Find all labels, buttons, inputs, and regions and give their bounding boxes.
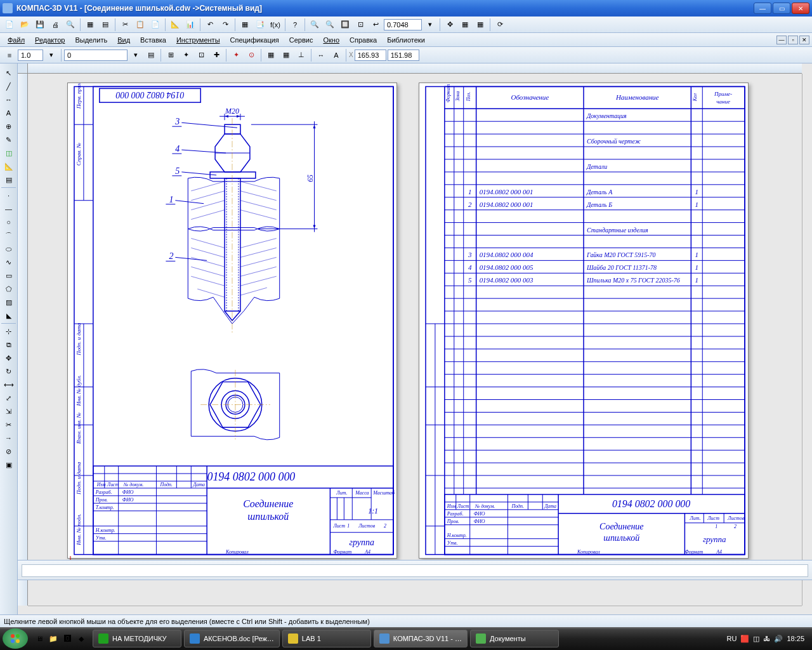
tray-lang[interactable]: RU	[727, 635, 737, 642]
layer-menu[interactable]: ▾	[129, 48, 143, 62]
break-tool[interactable]: ⊘	[1, 445, 16, 458]
copy-tool[interactable]: ⧉	[1, 338, 16, 351]
save-button[interactable]: 💾	[33, 18, 47, 32]
spec-button[interactable]: 📑	[253, 18, 267, 32]
measure-button[interactable]: 📐	[168, 18, 182, 32]
dim-style-button[interactable]: ↔	[314, 48, 328, 62]
menu-file[interactable]: Файл	[3, 35, 30, 45]
zoom-window-button[interactable]: 🔲	[338, 18, 352, 32]
lw-menu[interactable]: ▾	[44, 48, 58, 62]
layer-input[interactable]	[64, 50, 128, 61]
snap-midpoint[interactable]: ⊙	[244, 48, 258, 62]
text-tool[interactable]: A	[1, 107, 16, 119]
spline-tool[interactable]: ∿	[1, 256, 16, 269]
table-button[interactable]: ▦	[238, 18, 252, 32]
coord-y-input[interactable]	[388, 50, 419, 61]
edit-tool[interactable]: ✎	[1, 133, 16, 146]
mdi-close-button[interactable]: ✕	[799, 36, 809, 44]
symbol-tool[interactable]: ⊕	[1, 120, 16, 133]
print-button[interactable]: 🖨	[48, 18, 62, 32]
cut-button[interactable]: ✂	[118, 18, 132, 32]
circle-tool[interactable]: ○	[1, 216, 16, 229]
zoom-menu-button[interactable]: ▾	[423, 18, 437, 32]
snap2-button[interactable]: ✦	[179, 48, 193, 62]
preview-button[interactable]: 🔍	[63, 18, 77, 32]
tray-network-icon[interactable]: 🖧	[763, 635, 770, 642]
drawing-sheet-1[interactable]: Инв. № подл. Подп. и дата Взам. инв. № И…	[67, 83, 397, 559]
menu-spec[interactable]: Спецификация	[225, 35, 284, 45]
ql-explorer[interactable]: 📁	[47, 630, 60, 647]
refresh-button[interactable]: ⟳	[493, 18, 507, 32]
scrollbar-vertical[interactable]	[802, 74, 812, 606]
chamfer-tool[interactable]: ◣	[1, 309, 16, 322]
view2-button[interactable]: ▦	[473, 18, 487, 32]
zoom-fit-button[interactable]: ⊡	[353, 18, 367, 32]
menu-insert[interactable]: Вставка	[135, 35, 171, 45]
taskbar-task[interactable]: АКСЕНОВ.doc [Реж…	[184, 630, 280, 647]
ql-app2[interactable]: ◆	[75, 630, 88, 647]
canvas[interactable]: Инв. № подл. Подп. и дата Взам. инв. № И…	[28, 74, 802, 606]
close-button[interactable]: ✕	[792, 3, 809, 14]
hatch-tool[interactable]: ▨	[1, 296, 16, 308]
trim-tool[interactable]: ✂	[1, 418, 16, 431]
select-tool[interactable]: ↖	[1, 67, 16, 79]
snap-endpoint[interactable]: ✦	[229, 48, 243, 62]
help-button[interactable]: ?	[288, 18, 302, 32]
grid-button[interactable]: ▦	[264, 48, 278, 62]
paste-button[interactable]: 📄	[148, 18, 162, 32]
menu-select[interactable]: Выделить	[70, 35, 112, 45]
start-button[interactable]	[3, 628, 28, 649]
aux-tool[interactable]: ⊹	[1, 325, 16, 338]
tile-button[interactable]: ▦	[83, 18, 97, 32]
ortho-button[interactable]: ⊥	[294, 48, 308, 62]
new-button[interactable]: 📄	[3, 18, 16, 32]
mirror-tool[interactable]: ⟷	[1, 378, 16, 391]
taskbar-task[interactable]: LAB 1	[282, 630, 371, 647]
menu-view[interactable]: Вид	[112, 35, 135, 45]
rect-tool[interactable]: ▭	[1, 269, 16, 282]
text-style-button[interactable]: A	[329, 48, 343, 62]
menu-edit[interactable]: Редактор	[30, 35, 70, 45]
view1-button[interactable]: ▦	[458, 18, 472, 32]
layer-button[interactable]: ≡	[3, 48, 16, 62]
rotate-tool[interactable]: ↻	[1, 365, 16, 378]
snap1-button[interactable]: ⊞	[164, 48, 178, 62]
drawing-sheet-2[interactable]: Формат Зона Поз. Обозначение Наименовани…	[419, 83, 749, 559]
zoom-in-button[interactable]: 🔍	[308, 18, 322, 32]
zoom-out-button[interactable]: 🔍	[323, 18, 337, 32]
scale-tool[interactable]: ⤢	[1, 392, 16, 404]
menu-help[interactable]: Справка	[344, 35, 382, 45]
snap4-button[interactable]: ✚	[209, 48, 223, 62]
grid2-button[interactable]: ▦	[279, 48, 293, 62]
layers-button[interactable]: ▤	[144, 48, 158, 62]
tray-volume-icon[interactable]: 🔊	[774, 635, 783, 643]
menu-window[interactable]: Окно	[318, 35, 344, 45]
spec-tool[interactable]: ▤	[1, 173, 16, 186]
copy-button[interactable]: 📋	[133, 18, 147, 32]
undo-button[interactable]: ↶	[203, 18, 217, 32]
arc-tool[interactable]: ⌒	[1, 229, 16, 242]
linewidth-input[interactable]	[18, 50, 43, 61]
redo-button[interactable]: ↷	[218, 18, 232, 32]
snap3-button[interactable]: ⊡	[194, 48, 208, 62]
ruler-horizontal[interactable]	[28, 63, 802, 74]
zoom-prev-button[interactable]: ↩	[369, 18, 383, 32]
coord-x-input[interactable]	[355, 50, 386, 61]
command-input[interactable]	[22, 564, 808, 577]
line-tool[interactable]: ╱	[1, 80, 16, 93]
tray-flag-icon[interactable]: 🟥	[740, 635, 749, 643]
tray-icon1[interactable]: ◫	[753, 635, 759, 643]
mdi-restore-button[interactable]: ▫	[788, 36, 798, 44]
open-button[interactable]: 📂	[18, 18, 32, 32]
ellipse-tool[interactable]: ⬭	[1, 242, 16, 255]
maximize-button[interactable]: ▭	[773, 3, 790, 14]
fx-button[interactable]: f(x)	[268, 18, 282, 32]
param-tool[interactable]: ◫	[1, 147, 16, 159]
minimize-button[interactable]: —	[754, 3, 771, 14]
poly-tool[interactable]: ⬠	[1, 282, 16, 295]
group-tool[interactable]: ▣	[1, 458, 16, 471]
menu-libs[interactable]: Библиотеки	[382, 35, 430, 45]
move-tool[interactable]: ✥	[1, 352, 16, 364]
deform-tool[interactable]: ⇲	[1, 405, 16, 418]
mdi-min-button[interactable]: —	[776, 36, 787, 44]
